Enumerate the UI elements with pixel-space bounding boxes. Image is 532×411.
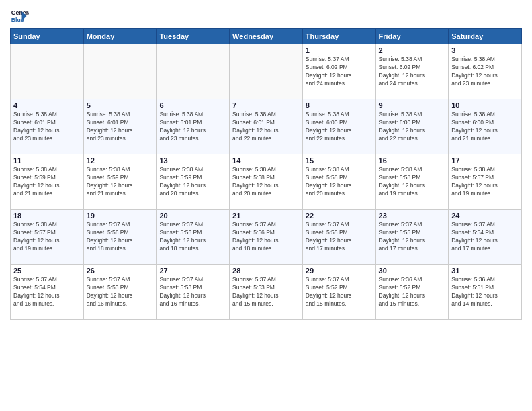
day-info: Sunrise: 5:38 AM Sunset: 6:01 PM Dayligh… (87, 111, 154, 143)
logo: GeneralBlue (10, 7, 29, 26)
day-info: Sunrise: 5:38 AM Sunset: 6:00 PM Dayligh… (379, 111, 446, 143)
calendar-cell: 24Sunrise: 5:37 AM Sunset: 5:54 PM Dayli… (449, 210, 522, 265)
calendar-cell: 31Sunrise: 5:36 AM Sunset: 5:51 PM Dayli… (449, 265, 522, 320)
day-number: 7 (232, 101, 300, 109)
day-info: Sunrise: 5:38 AM Sunset: 5:58 PM Dayligh… (306, 166, 373, 198)
day-info: Sunrise: 5:38 AM Sunset: 5:58 PM Dayligh… (379, 166, 446, 198)
calendar-cell: 2Sunrise: 5:38 AM Sunset: 6:02 PM Daylig… (375, 44, 449, 99)
day-number: 20 (159, 212, 226, 220)
calendar-cell: 9Sunrise: 5:38 AM Sunset: 6:00 PM Daylig… (375, 99, 449, 154)
calendar-cell: 13Sunrise: 5:38 AM Sunset: 5:59 PM Dayli… (157, 154, 230, 210)
day-info: Sunrise: 5:38 AM Sunset: 6:01 PM Dayligh… (159, 111, 226, 143)
day-info: Sunrise: 5:37 AM Sunset: 5:55 PM Dayligh… (379, 221, 446, 253)
day-info: Sunrise: 5:38 AM Sunset: 6:00 PM Dayligh… (306, 111, 373, 143)
calendar-cell: 3Sunrise: 5:38 AM Sunset: 6:02 PM Daylig… (449, 44, 522, 99)
day-number: 16 (379, 156, 446, 165)
day-info: Sunrise: 5:38 AM Sunset: 5:58 PM Dayligh… (232, 166, 300, 198)
day-number: 31 (451, 267, 519, 275)
week-row-2: 4Sunrise: 5:38 AM Sunset: 6:01 PM Daylig… (11, 99, 522, 154)
calendar-cell: 10Sunrise: 5:38 AM Sunset: 6:00 PM Dayli… (449, 99, 522, 154)
calendar-cell: 30Sunrise: 5:36 AM Sunset: 5:52 PM Dayli… (375, 265, 449, 320)
day-info: Sunrise: 5:37 AM Sunset: 5:53 PM Dayligh… (159, 276, 226, 308)
calendar-cell: 18Sunrise: 5:38 AM Sunset: 5:57 PM Dayli… (11, 210, 84, 265)
calendar-cell: 22Sunrise: 5:37 AM Sunset: 5:55 PM Dayli… (302, 210, 375, 265)
logo-icon: GeneralBlue (10, 7, 29, 26)
calendar-cell: 28Sunrise: 5:37 AM Sunset: 5:53 PM Dayli… (230, 265, 303, 320)
header: GeneralBlue (10, 7, 522, 26)
day-number: 26 (87, 267, 154, 275)
calendar-cell: 17Sunrise: 5:38 AM Sunset: 5:57 PM Dayli… (449, 154, 522, 210)
calendar-cell (157, 44, 230, 99)
day-info: Sunrise: 5:37 AM Sunset: 5:56 PM Dayligh… (159, 221, 226, 253)
header-wednesday: Wednesday (230, 29, 303, 44)
calendar-cell: 7Sunrise: 5:38 AM Sunset: 6:01 PM Daylig… (230, 99, 303, 154)
header-saturday: Saturday (449, 29, 522, 44)
calendar-cell: 26Sunrise: 5:37 AM Sunset: 5:53 PM Dayli… (83, 265, 157, 320)
week-row-5: 25Sunrise: 5:37 AM Sunset: 5:54 PM Dayli… (11, 265, 522, 320)
week-row-1: 1Sunrise: 5:37 AM Sunset: 6:02 PM Daylig… (11, 44, 522, 99)
calendar-cell: 19Sunrise: 5:37 AM Sunset: 5:56 PM Dayli… (83, 210, 157, 265)
day-number: 23 (379, 212, 446, 220)
calendar-cell: 20Sunrise: 5:37 AM Sunset: 5:56 PM Dayli… (157, 210, 230, 265)
calendar-cell: 8Sunrise: 5:38 AM Sunset: 6:00 PM Daylig… (302, 99, 375, 154)
day-info: Sunrise: 5:38 AM Sunset: 5:57 PM Dayligh… (13, 221, 81, 253)
day-number: 21 (232, 212, 300, 220)
svg-text:General: General (11, 9, 29, 16)
day-info: Sunrise: 5:37 AM Sunset: 5:56 PM Dayligh… (232, 221, 300, 253)
calendar-cell: 27Sunrise: 5:37 AM Sunset: 5:53 PM Dayli… (157, 265, 230, 320)
day-number: 3 (451, 46, 519, 54)
header-monday: Monday (83, 29, 157, 44)
day-info: Sunrise: 5:38 AM Sunset: 5:59 PM Dayligh… (87, 166, 154, 198)
calendar-cell: 15Sunrise: 5:38 AM Sunset: 5:58 PM Dayli… (302, 154, 375, 210)
day-info: Sunrise: 5:37 AM Sunset: 5:53 PM Dayligh… (87, 276, 154, 308)
calendar-cell: 14Sunrise: 5:38 AM Sunset: 5:58 PM Dayli… (230, 154, 303, 210)
calendar-cell: 25Sunrise: 5:37 AM Sunset: 5:54 PM Dayli… (11, 265, 84, 320)
day-number: 25 (13, 267, 81, 275)
day-number: 15 (306, 156, 373, 165)
day-number: 28 (232, 267, 300, 275)
day-number: 2 (379, 46, 446, 54)
day-number: 19 (87, 212, 154, 220)
day-info: Sunrise: 5:37 AM Sunset: 5:52 PM Dayligh… (306, 276, 373, 308)
calendar-cell: 4Sunrise: 5:38 AM Sunset: 6:01 PM Daylig… (11, 99, 84, 154)
day-number: 1 (306, 46, 373, 54)
day-number: 4 (13, 101, 81, 109)
calendar-cell (83, 44, 157, 99)
calendar-cell: 29Sunrise: 5:37 AM Sunset: 5:52 PM Dayli… (302, 265, 375, 320)
day-info: Sunrise: 5:38 AM Sunset: 6:00 PM Dayligh… (451, 111, 519, 143)
day-number: 6 (159, 101, 226, 109)
day-number: 13 (159, 156, 226, 165)
day-info: Sunrise: 5:38 AM Sunset: 6:02 PM Dayligh… (451, 56, 519, 88)
day-number: 29 (306, 267, 373, 275)
day-number: 8 (306, 101, 373, 109)
day-info: Sunrise: 5:38 AM Sunset: 5:59 PM Dayligh… (13, 166, 81, 198)
calendar-cell: 6Sunrise: 5:38 AM Sunset: 6:01 PM Daylig… (157, 99, 230, 154)
week-row-3: 11Sunrise: 5:38 AM Sunset: 5:59 PM Dayli… (11, 154, 522, 210)
day-number: 9 (379, 101, 446, 109)
calendar-cell: 16Sunrise: 5:38 AM Sunset: 5:58 PM Dayli… (375, 154, 449, 210)
calendar-cell (11, 44, 84, 99)
day-info: Sunrise: 5:38 AM Sunset: 6:02 PM Dayligh… (379, 56, 446, 88)
calendar-table: SundayMondayTuesdayWednesdayThursdayFrid… (10, 28, 522, 320)
day-info: Sunrise: 5:38 AM Sunset: 5:57 PM Dayligh… (451, 166, 519, 198)
calendar-cell: 23Sunrise: 5:37 AM Sunset: 5:55 PM Dayli… (375, 210, 449, 265)
day-info: Sunrise: 5:38 AM Sunset: 6:01 PM Dayligh… (232, 111, 300, 143)
day-number: 18 (13, 212, 81, 220)
day-number: 12 (87, 156, 154, 165)
calendar-cell: 11Sunrise: 5:38 AM Sunset: 5:59 PM Dayli… (11, 154, 84, 210)
day-number: 24 (451, 212, 519, 220)
day-number: 17 (451, 156, 519, 165)
day-number: 11 (13, 156, 81, 165)
day-info: Sunrise: 5:36 AM Sunset: 5:51 PM Dayligh… (451, 276, 519, 308)
calendar-cell: 12Sunrise: 5:38 AM Sunset: 5:59 PM Dayli… (83, 154, 157, 210)
day-number: 27 (159, 267, 226, 275)
calendar-cell: 5Sunrise: 5:38 AM Sunset: 6:01 PM Daylig… (83, 99, 157, 154)
day-info: Sunrise: 5:36 AM Sunset: 5:52 PM Dayligh… (379, 276, 446, 308)
day-info: Sunrise: 5:37 AM Sunset: 6:02 PM Dayligh… (306, 56, 373, 88)
header-sunday: Sunday (11, 29, 84, 44)
header-thursday: Thursday (302, 29, 375, 44)
day-number: 14 (232, 156, 300, 165)
header-tuesday: Tuesday (157, 29, 230, 44)
calendar-cell (230, 44, 303, 99)
day-info: Sunrise: 5:38 AM Sunset: 5:59 PM Dayligh… (159, 166, 226, 198)
